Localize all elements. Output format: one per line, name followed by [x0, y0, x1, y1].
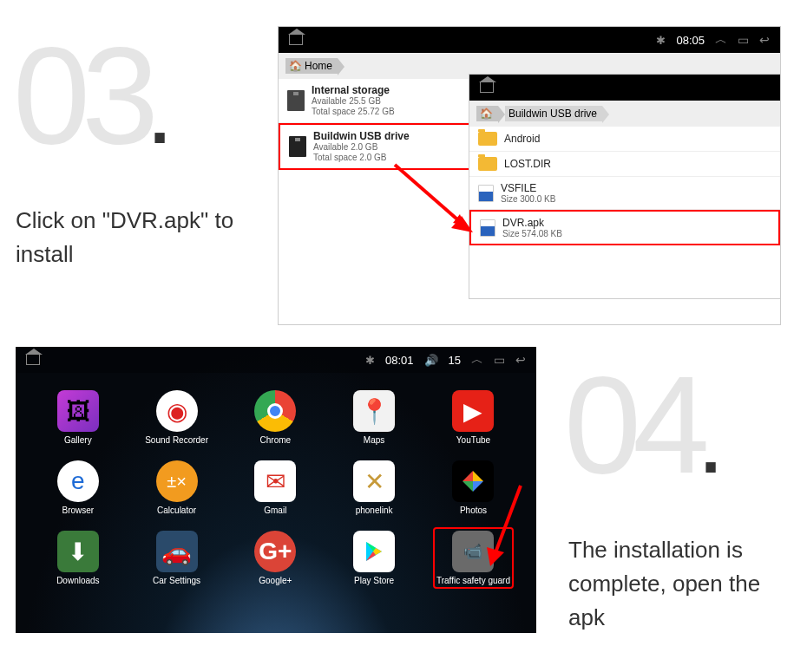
file-size: Size 574.08 KB: [502, 229, 562, 238]
file-dvr-apk[interactable]: DVR.apk Size 574.08 KB: [469, 210, 780, 245]
status-bar: ✱ 08:05 ︿ ▭ ↩: [279, 27, 780, 53]
folder-icon: [478, 132, 497, 146]
play-store-icon: [353, 531, 395, 572]
step-number-03: 03.: [13, 26, 161, 165]
app-label: phonelink: [356, 506, 393, 515]
app-label: Play Store: [354, 576, 394, 585]
folder-lostdir[interactable]: LOST.DIR: [469, 152, 780, 177]
back-icon[interactable]: ↩: [759, 33, 770, 47]
app-car-settings[interactable]: 🚗Car Settings: [141, 531, 213, 585]
recents-icon[interactable]: ▭: [494, 353, 505, 367]
gmail-icon: ✉: [254, 460, 296, 502]
storage-title: Buildwin USB drive: [313, 130, 410, 142]
usb-drive-icon: [289, 136, 306, 157]
step4-caption: The installation is complete, open the a…: [568, 533, 794, 635]
gallery-icon: 🖼: [57, 390, 99, 432]
volume-icon: 🔊: [424, 354, 438, 367]
breadcrumb-home[interactable]: 🏠: [476, 106, 498, 121]
car-settings-icon: 🚗: [156, 531, 198, 572]
browser-icon: e: [57, 460, 99, 502]
recents-icon[interactable]: ▭: [738, 33, 749, 47]
app-label: Sound Recorder: [145, 435, 208, 445]
app-phonelink[interactable]: ✕phonelink: [338, 460, 410, 515]
file-manager-usb: 🏠 Buildwin USB drive Android LOST.DIR VS…: [469, 74, 781, 299]
app-sound-recorder[interactable]: ◉Sound Recorder: [141, 390, 213, 445]
youtube-icon: ▶: [452, 390, 494, 432]
file-size: Size 300.0 KB: [501, 194, 555, 204]
chrome-icon: [254, 390, 296, 432]
app-label: Gallery: [64, 435, 92, 445]
app-maps[interactable]: 📍Maps: [338, 390, 410, 445]
maps-icon: 📍: [353, 390, 395, 432]
app-grid: 🖼Gallery ◉Sound Recorder Chrome 📍Maps ▶Y…: [16, 373, 536, 603]
home-shape-icon: [26, 355, 40, 365]
sd-card-icon: [287, 90, 305, 111]
file-title: Android: [504, 133, 540, 145]
bluetooth-icon: ✱: [656, 34, 666, 47]
back-icon[interactable]: ↩: [515, 353, 526, 367]
status-time: 08:01: [385, 354, 414, 367]
home-shape-icon: [289, 35, 303, 45]
app-youtube[interactable]: ▶YouTube: [436, 390, 510, 445]
storage-total: Total space 25.72 GB: [312, 107, 395, 117]
app-gallery[interactable]: 🖼Gallery: [42, 390, 115, 445]
storage-available: Available 2.0 GB: [313, 142, 410, 153]
storage-available: Available 25.5 GB: [312, 96, 395, 107]
app-label: Maps: [364, 435, 384, 445]
status-bar: [469, 75, 780, 101]
step-number-04: 04.: [564, 356, 712, 494]
red-arrow-icon: [390, 160, 486, 251]
red-arrow-icon: [482, 481, 534, 580]
app-google-plus[interactable]: G+Google+: [239, 531, 312, 585]
svg-marker-4: [487, 547, 504, 566]
phonelink-icon: ✕: [353, 460, 395, 502]
app-launcher: ✱ 08:01 🔊 15 ︿ ▭ ↩ 🖼Gallery ◉Sound Recor…: [16, 347, 536, 633]
app-play-store[interactable]: Play Store: [338, 531, 410, 585]
step3-caption: Click on "DVR.apk" to install: [16, 204, 259, 271]
app-chrome[interactable]: Chrome: [239, 390, 312, 445]
recorder-icon: ◉: [156, 390, 198, 432]
status-extra: 15: [449, 354, 461, 367]
breadcrumb: 🏠 Buildwin USB drive: [469, 101, 780, 127]
app-label: Gmail: [264, 506, 286, 515]
app-label: Car Settings: [153, 576, 200, 585]
file-vsfile[interactable]: VSFILE Size 300.0 KB: [469, 177, 780, 210]
status-time: 08:05: [676, 34, 705, 47]
app-gmail[interactable]: ✉Gmail: [239, 460, 312, 515]
breadcrumb-home[interactable]: 🏠Home: [285, 58, 338, 74]
app-label: Calculator: [157, 506, 196, 515]
app-downloads[interactable]: ⬇Downloads: [42, 531, 115, 585]
svg-line-0: [395, 165, 464, 225]
storage-title: Internal storage: [312, 84, 395, 96]
downloads-icon: ⬇: [57, 531, 99, 572]
app-label: YouTube: [456, 435, 490, 445]
file-title: LOST.DIR: [504, 158, 551, 170]
app-label: Browser: [62, 506, 95, 515]
svg-line-3: [495, 486, 521, 555]
status-bar: ✱ 08:01 🔊 15 ︿ ▭ ↩: [16, 347, 536, 373]
chevron-up-icon: ︿: [471, 352, 483, 368]
breadcrumb-usb[interactable]: Buildwin USB drive: [505, 106, 602, 121]
app-label: Chrome: [260, 435, 292, 445]
app-browser[interactable]: eBrowser: [42, 460, 115, 515]
folder-android[interactable]: Android: [469, 127, 780, 152]
app-label: Google+: [259, 576, 292, 585]
app-label: Downloads: [56, 576, 99, 585]
chevron-up-icon: ︿: [715, 32, 727, 48]
home-shape-icon: [480, 82, 494, 93]
google-plus-icon: G+: [254, 531, 296, 572]
calculator-icon: ±×: [156, 460, 198, 502]
file-title: DVR.apk: [502, 217, 562, 229]
file-title: VSFILE: [501, 182, 555, 194]
app-calculator[interactable]: ±×Calculator: [141, 460, 213, 515]
bluetooth-icon: ✱: [365, 354, 375, 367]
